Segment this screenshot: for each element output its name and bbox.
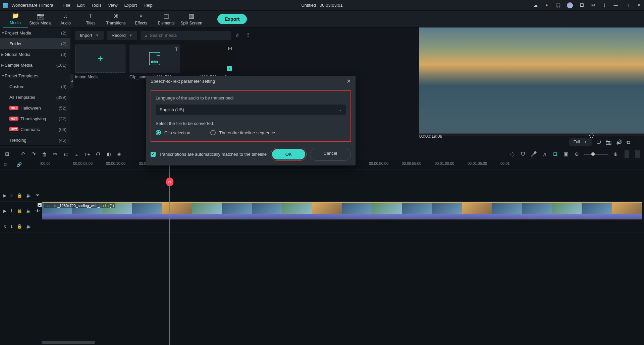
import-dropdown[interactable]: Import▼ [75,31,104,40]
quality-dropdown[interactable]: Full▼ [569,138,592,146]
text-add-icon[interactable]: T+ [84,151,90,157]
sidebar-item-all-templates[interactable]: All Templates(399) [0,92,70,102]
grid-view-icon[interactable]: ⠿ [245,31,251,39]
bulb-icon[interactable]: ✦ [544,3,549,8]
media-item-video[interactable]: 🎞 ✓ sample_1280x720_surfin... [184,45,234,79]
menu-view[interactable]: View [108,3,117,8]
auto-match-checkbox[interactable]: ✓ Transcriptions are automatically match… [151,152,267,157]
sidebar-item-trending[interactable]: Trending(45) [0,135,70,145]
menu-tools[interactable]: Tools [91,3,101,8]
tab-transitions[interactable]: ⤨Transitions [103,10,128,27]
loop-icon[interactable]: ⊡ [552,151,558,157]
avatar-icon[interactable] [567,2,573,8]
tab-media[interactable]: 📁Media [3,10,28,28]
marker-shield-icon[interactable]: ⛉ [520,151,526,157]
ok-button[interactable]: OK [272,149,305,159]
snapshot-icon[interactable]: 📷 [606,139,611,145]
menu-file[interactable]: File [63,3,70,8]
filter-icon[interactable]: ⫛ [234,31,241,39]
radio-entire-timeline[interactable]: The entire timeline sequence [210,130,275,135]
mute-icon[interactable]: 🔈 [26,224,32,229]
maximize-icon[interactable]: ◻ [625,3,630,8]
preview-scrubber[interactable]: { } 00:00:19:08 [419,133,644,136]
tab-elements[interactable]: ◫Elements [154,10,179,27]
pip-icon[interactable]: ⧉ [627,139,630,145]
collapse-sidebar-handle[interactable]: ◀ [70,74,73,88]
zoom-in-icon[interactable]: ⊕ [612,151,619,157]
tab-split-screen[interactable]: ▦Split Screen [179,10,204,27]
minimize-icon[interactable]: — [613,3,619,8]
cancel-button[interactable]: Cancel [310,148,351,161]
mute-icon[interactable]: 🔈 [26,193,32,198]
zoom-out-icon[interactable]: ⊖ [574,151,580,157]
color-icon[interactable]: ◐ [106,151,112,157]
duplicate-icon[interactable]: ⧉ [4,162,7,167]
timeline-scrollbar[interactable] [42,341,95,344]
tab-stock-media[interactable]: 📷Stock Media [28,10,53,27]
lock-icon[interactable]: 🔒 [17,208,22,213]
media-item-subtitle[interactable]: T SUB Clip_sample_1280x720_s... [129,45,180,79]
menu-export[interactable]: Export [124,3,137,8]
voiceover-icon[interactable]: 🎤 [531,151,537,157]
lock-icon[interactable]: 🔒 [17,193,22,198]
tab-audio[interactable]: ♫Audio [53,11,78,27]
mail-icon[interactable]: ✉ [590,3,596,8]
sidebar-item-project-media[interactable]: ▼Project Media(2) [0,27,70,38]
lock-icon[interactable]: 🔒 [17,224,22,229]
mute-icon[interactable]: 🔈 [26,208,32,213]
tag-icon[interactable]: 🏷 [63,151,69,157]
sidebar-item-cinematic[interactable]: HOTCinematic(66) [0,124,70,135]
cut-icon[interactable]: ✂ [52,151,58,157]
speed-icon[interactable]: ⏱ [95,151,101,157]
tab-titles[interactable]: TTitles [78,11,103,27]
sliders-icon[interactable]: ⊞ [4,151,10,157]
video-track-2[interactable]: ▶2 🔒 🔈 👁 [0,190,644,202]
close-icon[interactable]: ✕ [636,3,641,8]
fullscreen-icon[interactable]: ⛶ [635,139,639,145]
search-input[interactable] [150,33,227,38]
sidebar-item-sample-media[interactable]: ▶Sample Media(101) [0,60,70,70]
playhead[interactable]: ✂ [169,160,170,345]
sidebar-item-thanksgiving[interactable]: HOTThanksgiving(22) [0,113,70,124]
visibility-icon[interactable]: 👁 [36,208,40,213]
zoom-slider[interactable] [584,154,608,155]
download-icon[interactable]: ⭳ [602,3,607,8]
playhead-handle[interactable]: ✂ [166,178,173,186]
tab-effects[interactable]: ✧Effects [128,10,154,27]
record-dropdown[interactable]: Record▼ [107,31,137,40]
audio-track-1[interactable]: ♫1 🔒 🔈 [0,220,644,232]
undo-icon[interactable]: ↶ [20,151,26,157]
radio-clip-selection[interactable]: Clip selection [156,130,190,135]
keyframe-icon[interactable]: ◈ [116,151,122,157]
volume-icon[interactable]: 🔊 [616,139,622,145]
language-select[interactable]: English (US) ⌄ [156,105,346,115]
bracket-markers[interactable]: { } [589,132,594,138]
menu-edit[interactable]: Edit [77,3,85,8]
preview-viewport[interactable] [419,27,644,133]
menu-help[interactable]: Help [144,3,153,8]
marker-add-icon[interactable]: ▣ [563,151,569,157]
sidebar-item-halloween[interactable]: HOTHalloween(52) [0,102,70,113]
timeline-clip[interactable]: ▶ sample_1280x720_surfing_with_audio (1) [42,202,642,219]
audio-mix-icon[interactable]: ♬ [541,151,547,157]
redo-icon[interactable]: ↷ [31,151,37,157]
display-icon[interactable]: 🖵 [596,139,601,145]
render-icon[interactable]: ◌ [509,151,515,157]
visibility-icon[interactable]: 👁 [36,193,40,198]
save-icon[interactable]: 🖫 [579,3,584,8]
dialog-close-icon[interactable]: ✕ [346,78,351,84]
link-icon[interactable]: 🔗 [16,162,22,167]
delete-icon[interactable]: 🗑 [41,151,47,157]
export-button[interactable]: Export [217,14,247,24]
sidebar-item-global-media[interactable]: ▶Global Media(0) [0,49,70,60]
sidebar-item-preset-templates[interactable]: ▼Preset Templates [0,70,70,81]
media-import-tile[interactable]: + Import Media [75,45,125,79]
sidebar-item-folder[interactable]: Folder(2) [0,38,70,49]
video-track-1[interactable]: ▶1 🔒 🔈 👁 ▶ sample_1280x720_surfing_with_… [0,202,644,220]
search-media[interactable]: ⌕ [141,31,231,40]
crop-icon[interactable]: ⟁ [73,151,79,157]
cloud-icon[interactable]: ☁ [533,3,538,8]
headset-icon[interactable]: 🎧 [555,3,561,8]
sidebar-item-custom[interactable]: Custom(0) [0,81,70,92]
dialog-header[interactable]: Speech-to-Text parameter setting ✕ [146,76,356,87]
